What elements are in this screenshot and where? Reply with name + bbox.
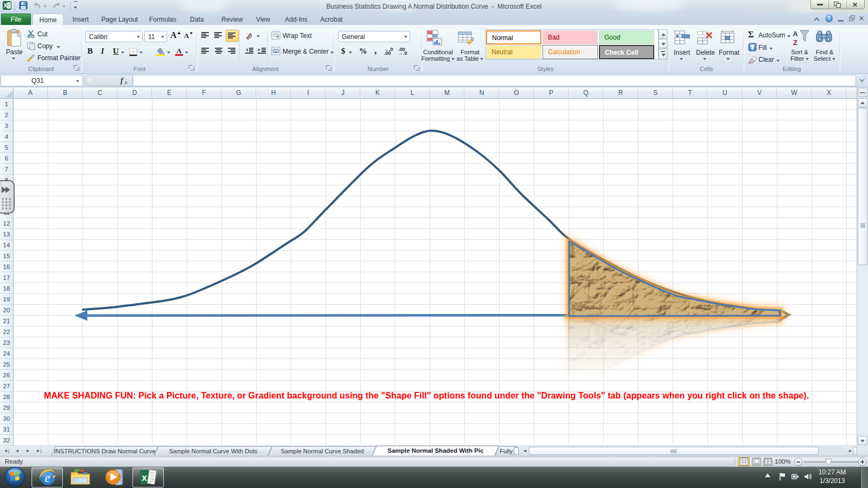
svg-text:e: e	[44, 471, 50, 485]
svg-text:A: A	[793, 30, 798, 38]
svg-text:Z: Z	[793, 38, 797, 47]
svg-text:A: A	[176, 47, 182, 55]
svg-text:a: a	[275, 49, 277, 54]
svg-text:X: X	[142, 473, 147, 483]
